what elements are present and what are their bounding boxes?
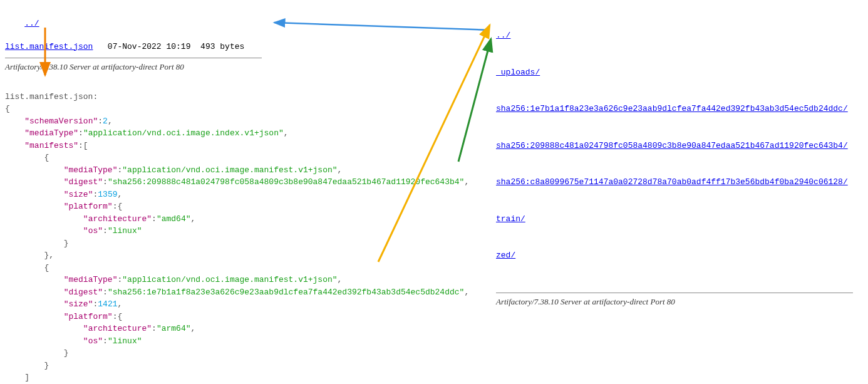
link-sha256-2[interactable]: sha256:209888c481a024798fc058a4809c3b8e9… [496, 141, 848, 150]
json-content-block: list.manifest.json: { "schemaVersion":2,… [5, 91, 506, 385]
divider-right [496, 293, 853, 293]
file-size: 493 bytes [200, 42, 244, 51]
file-spacer [93, 42, 107, 51]
file-row: list.manifest.json 07-Nov-2022 10:19 493… [5, 42, 506, 51]
link-uploads[interactable]: _uploads/ [496, 68, 540, 77]
divider [5, 58, 262, 58]
parent-dir-link-right[interactable]: ../ [496, 31, 510, 40]
link-sha256-1[interactable]: sha256:1e7b1a1f8a23e3a626c9e23aab9dlcfea… [496, 104, 848, 113]
file-date: 07-Nov-2022 10:19 [108, 42, 191, 51]
json-filename-label: list.manifest.json: [5, 92, 98, 101]
link-zed[interactable]: zed/ [496, 251, 515, 260]
server-footer-left: Artifactory/7.38.10 Server at artifactor… [5, 62, 506, 72]
link-train[interactable]: train/ [496, 214, 525, 224]
server-footer-right: Artifactory/7.38.10 Server at artifactor… [496, 297, 859, 307]
left-directory-panel: ../ list.manifest.json 07-Nov-2022 10:19… [5, 5, 506, 384]
file-spacer2 [190, 42, 200, 51]
link-sha256-3[interactable]: sha256:c8a8099675e71147a0a02728d78a70ab0… [496, 177, 848, 187]
right-directory-panel: ../ _uploads/ sha256:1e7b1a1f8a23e3a626c… [496, 5, 859, 307]
parent-dir-link[interactable]: ../ [24, 19, 39, 28]
file-link-list-manifest[interactable]: list.manifest.json [5, 42, 93, 51]
